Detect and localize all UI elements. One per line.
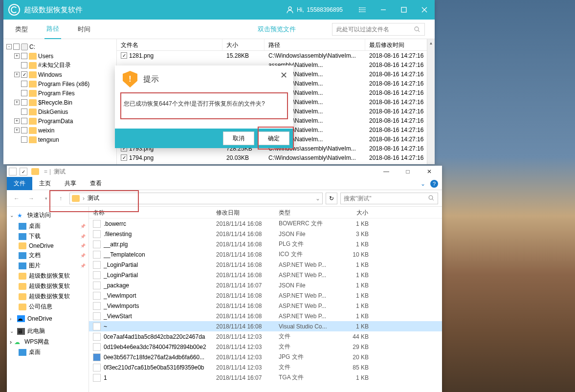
col-size[interactable]: 大小 — [333, 207, 373, 218]
close-button[interactable] — [414, 0, 435, 20]
tree-checkbox[interactable] — [21, 53, 27, 59]
tree-checkbox[interactable] — [21, 62, 27, 68]
tree-item[interactable]: +$Recycle.Bin — [5, 98, 114, 107]
table-row[interactable]: ✓1794.png20.03KBC:\Windows\assembly\Nati… — [117, 153, 435, 162]
col-size[interactable]: 大小 — [222, 39, 265, 50]
nav-recent[interactable]: ▾ — [40, 193, 52, 204]
list-item[interactable]: _ViewImport2018/11/14 16:08ASP.NET Web P… — [89, 290, 442, 301]
folder-tree[interactable]: -C:+Users#未知父目录+✓WindowsProgram Files (x… — [3, 39, 117, 164]
tree-checkbox[interactable] — [21, 118, 27, 124]
list-item[interactable]: _ViewStart2018/11/14 16:08ASP.NET Web P.… — [89, 311, 442, 321]
nav-up[interactable]: ↑ — [55, 193, 66, 204]
nav-desktop2[interactable]: 桌面 — [7, 347, 88, 357]
cancel-button[interactable]: 取消 — [223, 131, 254, 145]
tree-checkbox[interactable] — [21, 136, 27, 143]
nav-onedrive-group[interactable]: ›☁OneDrive — [7, 314, 88, 324]
tree-item[interactable]: -C: — [5, 42, 114, 51]
menu-icon[interactable] — [353, 0, 373, 20]
ribbon-home[interactable]: 主页 — [32, 177, 58, 190]
list-item[interactable]: ~2018/11/14 16:08Visual Studio Co...1 KB — [89, 321, 442, 331]
list-item[interactable]: _LoginPartial2018/11/14 16:08ASP.NET Web… — [89, 260, 442, 270]
dialog-close-button[interactable]: ✕ — [278, 69, 289, 81]
col-name[interactable]: 文件名 — [117, 39, 222, 50]
col-type[interactable]: 类型 — [275, 207, 333, 218]
list-item[interactable]: 0d19eb4e6ea3dc7840047f92894b00e22018/11/… — [89, 342, 442, 352]
nav-desktop[interactable]: 桌面 — [7, 221, 88, 231]
tree-checkbox[interactable] — [21, 99, 27, 106]
list-item[interactable]: 12018/11/14 16:07TGA 文件1 KB — [89, 372, 442, 383]
nav-wps[interactable]: ›☁WPS网盘 — [7, 337, 88, 347]
minimize-button[interactable] — [373, 0, 394, 20]
nav-downloads[interactable]: 下载 — [7, 231, 88, 241]
qat-check-icon[interactable]: ✓ — [20, 168, 27, 175]
list-item[interactable]: _ViewImports2018/11/14 16:08ASP.NET Web … — [89, 301, 442, 311]
qat-prop-icon[interactable] — [9, 168, 17, 175]
scrollbar[interactable]: ▲ — [427, 39, 435, 164]
list-item[interactable]: .bowerrc2018/11/14 16:08BOWERRC 文件1 KB — [89, 218, 442, 229]
row-checkbox[interactable]: ✓ — [121, 52, 127, 59]
tree-item[interactable]: Program Files — [5, 88, 114, 98]
tree-item[interactable]: +✓Windows — [5, 70, 114, 79]
tree-item[interactable]: +Users — [5, 51, 114, 61]
list-item[interactable]: 0ce7aaf4ad1ba5c8d42cba220c2467da2018/11/… — [89, 331, 442, 342]
tree-checkbox[interactable] — [21, 127, 27, 133]
tree-item[interactable]: +ProgramData — [5, 116, 114, 126]
help-icon[interactable]: ? — [430, 180, 438, 188]
col-mtime[interactable]: 最后修改时间 — [365, 39, 435, 50]
user-info[interactable]: Hi,15588396895 — [286, 6, 343, 14]
list-item[interactable]: __attr.plg2018/11/14 16:08PLG 文件1 KB — [89, 239, 442, 249]
search-input[interactable] — [344, 195, 428, 202]
nav-thispc[interactable]: ⌄🖥此电脑 — [7, 326, 88, 337]
addr-dropdown-icon[interactable]: ⌄ — [315, 195, 320, 202]
tree-toggle-icon[interactable]: + — [14, 100, 20, 105]
filter-box[interactable] — [332, 23, 425, 36]
tree-checkbox[interactable]: ✓ — [21, 71, 27, 78]
tree-item[interactable]: tengxun — [5, 135, 114, 144]
col-path[interactable]: 路径 — [265, 39, 365, 50]
nav-onedrive[interactable]: OneDrive — [7, 241, 88, 250]
tab-path[interactable]: 路径 — [44, 20, 61, 39]
tree-checkbox[interactable] — [21, 81, 27, 87]
scroll-up-icon[interactable]: ▲ — [427, 39, 435, 47]
nav-folder[interactable]: 超级数据恢复软 — [7, 281, 88, 291]
ribbon-share[interactable]: 共享 — [58, 177, 83, 190]
explorer-minimize[interactable]: — — [376, 166, 397, 177]
tree-item[interactable]: DiskGenius — [5, 107, 114, 116]
nav-folder[interactable]: 超级数据恢复软 — [7, 271, 88, 281]
ok-button[interactable]: 确定 — [258, 131, 289, 145]
tree-checkbox[interactable] — [21, 90, 27, 96]
tree-toggle-icon[interactable]: + — [14, 128, 20, 133]
tree-item[interactable]: +weixin — [5, 126, 114, 135]
maximize-button[interactable] — [394, 0, 414, 20]
search-box[interactable] — [340, 193, 438, 204]
tree-toggle-icon[interactable]: + — [14, 118, 20, 124]
nav-folder[interactable]: 公司信息 — [7, 302, 88, 312]
nav-pane[interactable]: ⌄★快速访问 桌面 下载 OneDrive 文档 图片 超级数据恢复软 超级数据… — [7, 207, 89, 392]
tree-toggle-icon[interactable]: - — [6, 44, 12, 49]
explorer-close[interactable]: ✕ — [419, 166, 440, 177]
tree-toggle-icon[interactable]: + — [14, 72, 20, 77]
tree-item[interactable]: #未知父目录 — [5, 61, 114, 70]
filter-input[interactable] — [336, 26, 414, 33]
list-item[interactable]: 0ee3b5677c18fde276af2a4db6fa660...2018/1… — [89, 352, 442, 362]
nav-quick-access[interactable]: ⌄★快速访问 — [7, 210, 88, 221]
tab-type[interactable]: 类型 — [13, 20, 30, 39]
tab-time[interactable]: 时间 — [76, 20, 92, 39]
nav-fwd[interactable]: → — [25, 193, 37, 204]
row-checkbox[interactable]: ✓ — [121, 154, 127, 161]
nav-documents[interactable]: 文档 — [7, 250, 88, 261]
ribbon-view[interactable]: 查看 — [83, 177, 109, 190]
breadcrumb[interactable]: 测试 — [88, 194, 99, 202]
list-item[interactable]: _LoginPartial2018/11/14 16:08ASP.NET Web… — [89, 270, 442, 280]
explorer-maximize[interactable]: □ — [397, 166, 419, 177]
address-bar[interactable]: › 测试 ⌄ — [69, 193, 323, 204]
tree-checkbox[interactable] — [13, 44, 20, 50]
ribbon-file[interactable]: 文件 — [7, 177, 32, 190]
nav-folder[interactable]: 超级数据恢复软 — [7, 291, 88, 302]
refresh-button[interactable]: ↻ — [326, 193, 337, 204]
list-item[interactable]: __TemplateIcon2018/11/14 16:08ICO 文件10 K… — [89, 249, 442, 260]
list-item[interactable]: _package2018/11/14 16:07JSON File1 KB — [89, 280, 442, 290]
list-item[interactable]: .filenesting2018/11/14 16:08JSON File3 K… — [89, 229, 442, 239]
nav-pictures[interactable]: 图片 — [7, 261, 88, 271]
table-row[interactable]: ✓1281.png15.28KBC:\Windows\assembly\Nati… — [117, 51, 435, 60]
